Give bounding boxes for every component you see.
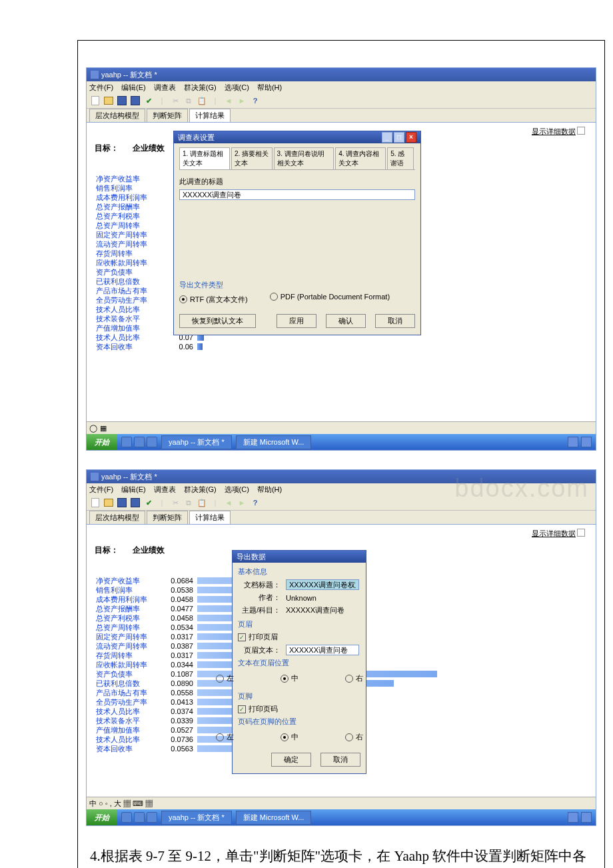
pdf-radio[interactable]: PDF (Portable Document Format) (270, 293, 390, 301)
menu-edit[interactable]: 编辑(E) (121, 81, 146, 93)
copy-button[interactable]: ⧉ (183, 95, 195, 107)
metric-label[interactable]: 销售利润率 (96, 585, 161, 595)
metric-label[interactable]: 产品市场占有率 (96, 286, 161, 296)
metric-label[interactable]: 资产负债率 (96, 669, 161, 679)
show-detail-link[interactable]: 显示详细数据 (532, 529, 576, 539)
menu-file[interactable]: 文件(F) (89, 483, 113, 495)
metric-label[interactable]: 技术人员比率 (96, 707, 161, 717)
close-button[interactable]: × (406, 132, 416, 143)
survey-title-input[interactable] (179, 189, 415, 200)
menu-edit[interactable]: 编辑(E) (121, 483, 146, 495)
new-button[interactable] (89, 497, 101, 509)
arrow2-icon[interactable]: ► (236, 497, 248, 509)
open-button[interactable] (103, 497, 115, 509)
metric-label[interactable]: 总资产周转率 (96, 623, 161, 633)
subtab-3[interactable]: 3. 调查问卷说明相关文本 (274, 147, 334, 169)
metric-label[interactable]: 净资产收益率 (96, 174, 161, 184)
metric-label[interactable]: 总资产周转率 (96, 221, 161, 231)
restore-button[interactable]: 恢复到默认文本 (179, 314, 256, 328)
help-button[interactable]: ? (249, 497, 261, 509)
metric-label[interactable]: 存货周转率 (96, 249, 161, 259)
min-button[interactable]: _ (382, 132, 392, 143)
print-pagenum-check[interactable]: 打印页码 (238, 704, 278, 714)
metric-label[interactable]: 技术人员比率 (96, 735, 161, 745)
header-text-input[interactable] (286, 645, 359, 655)
metric-label[interactable]: 已获利息倍数 (96, 277, 161, 287)
menu-group[interactable]: 群决策(G) (184, 483, 217, 495)
metric-label[interactable]: 总资产利税率 (96, 613, 161, 623)
apply-button[interactable]: 应用 (277, 314, 316, 328)
help-button[interactable]: ? (249, 95, 261, 107)
metric-label[interactable]: 技术人员比率 (96, 333, 161, 343)
rtf-radio[interactable]: RTF (富文本文件) (179, 295, 248, 305)
start-button[interactable]: 开始 (87, 434, 117, 450)
new-button[interactable] (89, 95, 101, 107)
show-detail-link[interactable]: 显示详细数据 (532, 127, 576, 137)
metric-label[interactable]: 存货周转率 (96, 651, 161, 661)
metric-label[interactable]: 产值增加值率 (96, 725, 161, 735)
cut-button[interactable]: ✂ (169, 95, 181, 107)
print-header-check[interactable]: 打印页眉 (238, 632, 278, 642)
metric-label[interactable]: 技术人员比率 (96, 305, 161, 315)
metric-label[interactable]: 成本费用利润率 (96, 595, 161, 605)
hdr-left-radio[interactable]: 左 (216, 673, 234, 683)
tab-model[interactable]: 层次结构模型 (89, 511, 145, 524)
saveas-button[interactable] (129, 497, 141, 509)
task-item-1[interactable]: yaahp -- 新文档 * (161, 811, 232, 825)
cancel-button[interactable]: 取消 (375, 314, 415, 328)
max-button[interactable]: □ (394, 132, 404, 143)
subtab-1[interactable]: 1. 调查标题相关文本 (179, 147, 230, 169)
menu-file[interactable]: 文件(F) (89, 81, 113, 93)
arrow2-icon[interactable]: ► (236, 95, 248, 107)
metric-label[interactable]: 技术装备水平 (96, 314, 161, 324)
metric-label[interactable]: 成本费用利润率 (96, 193, 161, 203)
show-detail-toggle[interactable] (577, 127, 585, 135)
open-button[interactable] (103, 95, 115, 107)
tab-matrix[interactable]: 判断矩阵 (147, 109, 188, 122)
check-button[interactable]: ✔ (143, 497, 155, 509)
metric-label[interactable]: 产值增加值率 (96, 323, 161, 333)
copy-button[interactable]: ⧉ (183, 497, 195, 509)
hdr-right-radio[interactable]: 右 (345, 673, 363, 683)
menu-group[interactable]: 群决策(G) (184, 81, 217, 93)
export-cancel-button[interactable]: 取消 (320, 753, 360, 767)
tab-result[interactable]: 计算结果 (189, 109, 231, 122)
metric-label[interactable]: 全员劳动生产率 (96, 295, 161, 305)
tab-model[interactable]: 层次结构模型 (89, 109, 145, 122)
metric-label[interactable]: 应收帐款周转率 (96, 258, 161, 268)
hdr-center-radio[interactable]: 中 (281, 673, 299, 683)
metric-label[interactable]: 总资产利税率 (96, 211, 161, 221)
metric-label[interactable]: 总资产报酬率 (96, 202, 161, 212)
metric-label[interactable]: 技术装备水平 (96, 716, 161, 726)
subtab-2[interactable]: 2. 摘要相关文本 (231, 147, 273, 169)
metric-label[interactable]: 总资产报酬率 (96, 604, 161, 614)
metric-label[interactable]: 应收帐款周转率 (96, 660, 161, 670)
subtab-4[interactable]: 4. 调查内容相关文本 (335, 147, 386, 169)
metric-label[interactable]: 已获利息倍数 (96, 679, 161, 689)
doc-title-input[interactable] (286, 579, 359, 590)
metric-label[interactable]: 产品市场占有率 (96, 688, 161, 698)
menu-survey[interactable]: 调查表 (154, 483, 176, 495)
ok-button[interactable]: 确认 (326, 314, 366, 328)
ftr-right-radio[interactable]: 右 (345, 732, 363, 742)
cut-button[interactable]: ✂ (169, 497, 181, 509)
export-ok-button[interactable]: 确定 (271, 753, 311, 767)
metric-label[interactable]: 资本回收率 (96, 342, 161, 352)
menu-option[interactable]: 选项(C) (225, 483, 249, 495)
metric-label[interactable]: 净资产收益率 (96, 576, 161, 586)
menu-help[interactable]: 帮助(H) (257, 81, 282, 93)
metric-label[interactable]: 全员劳动生产率 (96, 697, 161, 707)
ftr-center-radio[interactable]: 中 (281, 732, 299, 742)
metric-label[interactable]: 固定资产周转率 (96, 632, 161, 642)
metric-label[interactable]: 固定资产周转率 (96, 230, 161, 240)
metric-label[interactable]: 流动资产周转率 (96, 239, 161, 249)
start-button[interactable]: 开始 (87, 809, 117, 825)
metric-label[interactable]: 销售利润率 (96, 183, 161, 193)
metric-label[interactable]: 流动资产周转率 (96, 641, 161, 651)
menu-survey[interactable]: 调查表 (154, 81, 176, 93)
menu-help[interactable]: 帮助(H) (257, 483, 282, 495)
metric-label[interactable]: 资产负债率 (96, 267, 161, 277)
saveas-button[interactable] (129, 95, 141, 107)
check-button[interactable]: ✔ (143, 95, 155, 107)
save-button[interactable] (116, 95, 128, 107)
